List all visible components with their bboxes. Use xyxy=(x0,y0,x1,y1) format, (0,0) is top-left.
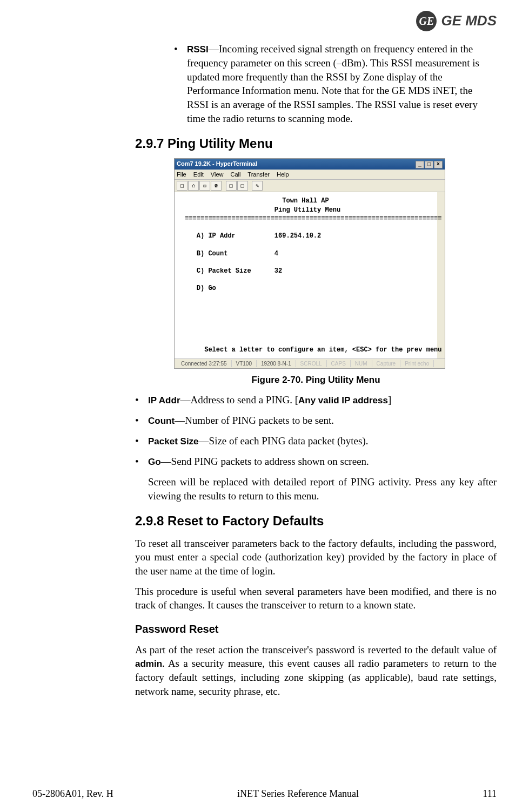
pwreset-text-a: As part of the reset action the transcei… xyxy=(135,644,497,655)
packetsize-desc: —Size of each PING data packet (bytes). xyxy=(199,435,369,446)
menu-view: View xyxy=(211,171,224,178)
pwreset-admin: admin xyxy=(135,659,162,669)
go-desc: —Send PING packets to address shown on s… xyxy=(161,456,369,467)
status-scroll: SCROLL xyxy=(296,360,327,368)
pwreset-text-b: . As a security measure, this event caus… xyxy=(135,658,497,697)
bullet-dot-icon: • xyxy=(174,42,187,125)
go-bullet: • Go—Send PING packets to address shown … xyxy=(135,455,497,469)
menu-edit: Edit xyxy=(193,171,204,178)
status-caps: CAPS xyxy=(327,360,351,368)
packetsize-label: Packet Size xyxy=(148,436,199,446)
rssi-desc: —Incoming received signal strength on fr… xyxy=(187,43,479,124)
tb-icon: □ xyxy=(177,181,188,191)
ipaddr-bullet: • IP Addr—Address to send a PING. [Any v… xyxy=(135,393,497,407)
status-capture: Capture xyxy=(372,360,401,368)
section-297-title: 2.9.7 Ping Utility Menu xyxy=(135,135,497,152)
password-reset-p1: As part of the reset action the transcei… xyxy=(135,643,497,699)
window-titlebar: Com7 19.2K - HyperTerminal _□× xyxy=(175,159,445,170)
window-statusbar: Connected 3:27:55 VT100 19200 8-N-1 SCRO… xyxy=(175,358,445,369)
tb-icon: ✎ xyxy=(252,181,263,191)
status-emulation: VT100 xyxy=(232,360,257,368)
status-num: NUM xyxy=(351,360,372,368)
brand-text: GE MDS xyxy=(441,11,497,30)
close-icon: × xyxy=(434,161,443,168)
ping-utility-screenshot: Com7 19.2K - HyperTerminal _□× File Edit… xyxy=(174,158,445,369)
rssi-label: RSSI xyxy=(187,44,209,55)
reset-p2: This procedure is useful when several pa… xyxy=(135,585,497,612)
tb-icon: ⌂ xyxy=(188,181,199,191)
minimize-icon: _ xyxy=(416,161,424,168)
ipaddr-hint: Any valid IP address xyxy=(298,395,388,405)
tb-icon: □ xyxy=(237,181,248,191)
count-label: Count xyxy=(148,416,175,426)
status-baud: 19200 8-N-1 xyxy=(257,360,296,368)
ipaddr-close: ] xyxy=(388,394,391,405)
ping-note: Screen will be replaced with detailed re… xyxy=(148,475,497,503)
password-reset-title: Password Reset xyxy=(135,622,497,637)
figure-caption: Figure 2-70. Ping Utility Menu xyxy=(135,374,497,387)
terminal-area: Town Hall AP Ping Utility Menu =========… xyxy=(175,192,445,358)
count-desc: —Number of PING packets to be sent. xyxy=(175,415,334,426)
page-footer: 05-2806A01, Rev. H iNET Series Reference… xyxy=(32,787,497,800)
footer-center: iNET Series Reference Manual xyxy=(237,787,359,800)
status-printecho: Print echo xyxy=(400,360,434,368)
ipaddr-desc: —Address to send a PING. [ xyxy=(180,394,298,405)
menu-transfer: Transfer xyxy=(247,171,270,178)
menu-file: File xyxy=(177,171,186,178)
bullet-dot-icon: • xyxy=(135,434,148,448)
ge-monogram-icon: GE xyxy=(416,11,437,31)
packetsize-bullet: • Packet Size—Size of each PING data pac… xyxy=(135,434,497,448)
section-298-title: 2.9.8 Reset to Factory Defaults xyxy=(135,512,497,530)
window-toolbar: □⌂✉☎ □□ ✎ xyxy=(175,180,445,192)
menu-call: Call xyxy=(231,171,241,178)
reset-p1: To reset all transceiver parameters back… xyxy=(135,537,497,578)
bullet-dot-icon: • xyxy=(135,455,148,469)
tb-icon: □ xyxy=(226,181,237,191)
rssi-bullet: • RSSI—Incoming received signal strength… xyxy=(174,42,497,125)
bullet-dot-icon: • xyxy=(135,393,148,407)
ge-mds-logo: GE GE MDS xyxy=(416,11,497,31)
tb-icon: ☎ xyxy=(211,181,222,191)
count-bullet: • Count—Number of PING packets to be sen… xyxy=(135,414,497,428)
go-label: Go xyxy=(148,457,161,467)
ipaddr-label: IP Addr xyxy=(148,395,180,405)
footer-right: 111 xyxy=(483,787,497,800)
window-title: Com7 19.2K - HyperTerminal xyxy=(177,160,257,168)
tb-icon: ✉ xyxy=(199,181,210,191)
window-menubar: File Edit View Call Transfer Help xyxy=(175,170,445,180)
footer-left: 05-2806A01, Rev. H xyxy=(32,787,113,800)
page-header: GE GE MDS xyxy=(32,11,497,31)
status-connected: Connected 3:27:55 xyxy=(177,360,232,368)
window-buttons: _□× xyxy=(415,160,443,168)
maximize-icon: □ xyxy=(425,161,433,168)
bullet-dot-icon: • xyxy=(135,414,148,428)
menu-help: Help xyxy=(277,171,289,178)
